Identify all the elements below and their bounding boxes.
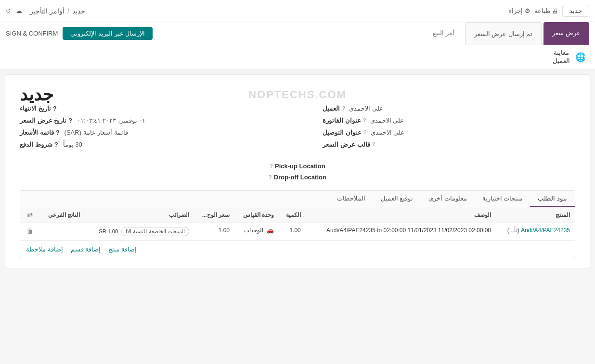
q-mark-invoice[interactable]: ? — [363, 117, 366, 123]
top-bar-right: جديد / أوامر التأجير ☁ ↺ — [6, 7, 85, 15]
refresh-icon[interactable]: ↺ — [6, 7, 11, 14]
action-buttons: الإرسال عبر البريد الإلكتروني SIGN & CON… — [6, 27, 153, 40]
order-table: المنتج الوصف الكمية وحدة القياس سعر الوح… — [20, 207, 575, 240]
add-section-button[interactable]: إضافة قسم — [71, 246, 101, 253]
document-tabs: عرض سعر تم إرسال عرض السعر أمر البيع — [424, 22, 589, 45]
tab-quote[interactable]: عرض سعر — [543, 22, 589, 45]
field-delivery-address: على الاحمدى ? عنوان التوصيل — [323, 129, 575, 136]
cell-subtotal — [39, 223, 85, 240]
tab-notes[interactable]: الملاحظات — [329, 191, 373, 207]
cell-taxes: المبيعات الخاضعة للنسبة الاا 1.00 SR — [85, 223, 194, 240]
col-unit-price: سعر الوح... — [194, 207, 234, 223]
document-title: جديد — [20, 85, 53, 105]
breadcrumb-separator: / — [67, 7, 69, 15]
col-uom: وحدة القياس — [234, 207, 279, 223]
tab-customer-signature[interactable]: توقيع العميل — [373, 191, 421, 207]
q-mark-expiry[interactable]: ? — [53, 105, 57, 112]
q-mark-dropoff[interactable]: ? — [269, 174, 272, 180]
q-mark-pickup[interactable]: ? — [270, 163, 273, 169]
fields-center-col: ? تاريخ الانتهاء ٠١ نوفمبر، ٢٠٢٣ ٠١:٠٣:٤… — [20, 105, 323, 153]
q-mark-payment[interactable]: ? — [54, 141, 58, 148]
field-quote-template: ? قالب عرض السعر — [323, 141, 575, 148]
cell-qty[interactable]: 1.00 — [279, 223, 306, 240]
pickup-section: Pick-up Location ? Drop-off Location ? — [20, 163, 575, 181]
customer-view-bar: 🌐 معاينة العميل — [0, 45, 595, 70]
printer-icon: 🖨 — [552, 7, 558, 14]
field-payment-terms: 30 يوماً ? شروط الدفع — [20, 141, 323, 148]
field-customer: على الاحمدى ? العميل — [323, 105, 575, 112]
top-bar: جديد 🖨 طباعة ⚙ إجراء جديد / أوامر التأجي… — [0, 0, 595, 22]
cell-product: Audi/A4/PAE24235 (تأ...) — [496, 223, 575, 240]
tax-badge[interactable]: المبيعات الخاضعة للنسبة الاا — [121, 227, 189, 236]
col-description: الوصف — [306, 207, 496, 223]
action-bar: عرض سعر تم إرسال عرض السعر أمر البيع الإ… — [0, 22, 595, 45]
add-product-button[interactable]: إضافة منتج — [108, 246, 137, 253]
car-icon: 🚗 — [267, 227, 274, 234]
print-button[interactable]: 🖨 طباعة — [534, 7, 558, 14]
tab-optional-products[interactable]: منتجات اختيارية — [475, 191, 530, 207]
cell-uom: 🚗 الوحدات — [234, 223, 279, 240]
inner-tabs-header: بنود الطلب منتجات اختيارية معلومات أخرى … — [20, 191, 575, 207]
cell-unit-price[interactable]: 1.00 — [194, 223, 234, 240]
add-note-button[interactable]: إضافة ملاحظة — [26, 246, 63, 253]
tab-other-info[interactable]: معلومات أخرى — [421, 191, 475, 207]
tab-sent-quote[interactable]: تم إرسال عرض السعر — [465, 22, 542, 45]
q-mark-pricelist[interactable]: ? — [56, 129, 60, 136]
q-mark-delivery[interactable]: ? — [363, 129, 367, 135]
q-mark-quote-date[interactable]: ? — [68, 117, 72, 124]
new-button[interactable]: جديد — [562, 5, 589, 17]
inner-tabs-section: بنود الطلب منتجات اختيارية معلومات أخرى … — [20, 190, 575, 258]
document-header: جديد NOPTECHS.COM — [20, 85, 575, 105]
watermark: NOPTECHS.COM — [248, 88, 347, 101]
breadcrumb-current: جديد — [72, 7, 85, 15]
field-invoice-address: على الاحمدى ? عنوان الفاتورة — [323, 117, 575, 124]
breadcrumb-parent: أوامر التأجير — [30, 7, 65, 15]
top-bar-icons: ☁ ↺ — [6, 7, 22, 14]
field-quote-date: ٠١ نوفمبر، ٢٠٢٣ ٠١:٠٣:٤١ ? تاريخ عرض الس… — [20, 117, 323, 124]
table-row: Audi/A4/PAE24235 (تأ...) Audi/A4/PAE2423… — [20, 223, 575, 240]
breadcrumb: جديد / أوامر التأجير — [30, 7, 85, 15]
delete-row-button[interactable]: 🗑 — [26, 227, 33, 235]
col-taxes: الضرائب — [85, 207, 194, 223]
q-mark-template[interactable]: ? — [372, 141, 375, 147]
table-actions: إضافة منتج إضافة قسم إضافة ملاحظة — [20, 240, 575, 258]
main-content: جديد NOPTECHS.COM على الاحمدى ? العميل ع… — [5, 75, 590, 268]
dropoff-row: Drop-off Location ? — [20, 174, 575, 181]
action-button[interactable]: ⚙ إجراء — [509, 7, 530, 14]
col-qty: الكمية — [279, 207, 306, 223]
q-mark-customer[interactable]: ? — [342, 105, 345, 111]
sort-icon[interactable]: ⇄ — [27, 211, 33, 219]
pickup-row: Pick-up Location ? — [20, 163, 575, 170]
globe-icon: 🌐 — [574, 50, 587, 64]
field-pricelist: قائمة أسعار عامة (SAR) ? قائمه الأسعار — [20, 129, 323, 136]
col-product: المنتج — [496, 207, 575, 223]
cell-description: Audi/A4/PAE24235 to 02:00:00 11/01/2023 … — [306, 223, 496, 240]
cell-delete: 🗑 — [20, 223, 39, 240]
cloud-icon[interactable]: ☁ — [16, 7, 22, 14]
col-actions: ⇄ — [20, 207, 39, 223]
customer-view-label: معاينة العميل — [553, 49, 570, 65]
product-name[interactable]: Audi/A4/PAE24235 (تأ...) — [501, 227, 570, 234]
tab-sale-order[interactable]: أمر البيع — [424, 22, 463, 45]
top-bar-left-actions: جديد 🖨 طباعة ⚙ إجراء — [509, 5, 589, 17]
field-expiry-date: ? تاريخ الانتهاء — [20, 105, 323, 112]
sign-confirm-button[interactable]: SIGN & CONFIRM — [6, 30, 58, 37]
fields-right-col: على الاحمدى ? العميل على الاحمدى ? عنوان… — [323, 105, 575, 153]
fields-section: على الاحمدى ? العميل على الاحمدى ? عنوان… — [20, 105, 575, 153]
send-email-button[interactable]: الإرسال عبر البريد الإلكتروني — [63, 27, 153, 40]
gear-icon: ⚙ — [525, 7, 530, 14]
tab-order-lines[interactable]: بنود الطلب — [530, 191, 575, 207]
col-subtotal: الناتج الفرعي — [39, 207, 85, 223]
tabs-content: المنتج الوصف الكمية وحدة القياس سعر الوح… — [20, 207, 575, 258]
